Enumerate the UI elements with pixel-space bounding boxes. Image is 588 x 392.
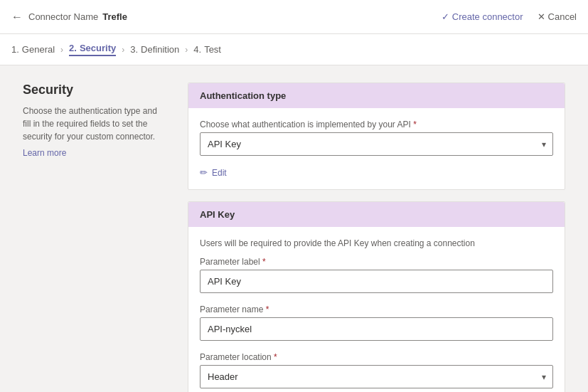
create-connector-button[interactable]: ✓ Create connector	[442, 11, 523, 22]
step-definition-number: 3.	[130, 44, 138, 55]
top-bar-actions: ✓ Create connector ✕ Cancel	[442, 11, 577, 22]
auth-type-select[interactable]: API Key No authentication Basic authenti…	[200, 132, 553, 156]
main-content: Security Choose the authentication type …	[0, 65, 588, 392]
step-general[interactable]: 1. General	[11, 44, 55, 55]
param-name-group: Parameter name *	[200, 304, 553, 341]
step-definition[interactable]: 3. Definition	[130, 44, 179, 55]
cancel-button[interactable]: ✕ Cancel	[538, 11, 577, 22]
top-bar: ← Connector Name Trefle ✓ Create connect…	[0, 0, 588, 34]
param-label-required: *	[262, 257, 266, 267]
auth-type-edit-icon: ✏	[200, 167, 208, 178]
check-icon: ✓	[442, 11, 449, 22]
steps-bar: 1. General › 2. Security › 3. Definition…	[0, 34, 588, 65]
connector-label: Connector Name	[28, 11, 98, 22]
param-label-label: Parameter label *	[200, 257, 553, 267]
cancel-icon: ✕	[538, 11, 545, 22]
left-panel-description: Choose the authentication type and fill …	[23, 105, 165, 143]
learn-more-link[interactable]: Learn more	[23, 148, 66, 158]
right-panel: Authentication type Choose what authenti…	[188, 83, 565, 392]
param-label-input[interactable]	[200, 270, 553, 293]
left-panel-title: Security	[23, 83, 165, 97]
api-key-body: Users will be required to provide the AP…	[188, 227, 565, 392]
api-key-info: Users will be required to provide the AP…	[200, 238, 553, 248]
auth-type-select-wrapper: API Key No authentication Basic authenti…	[200, 132, 553, 156]
api-key-header: API Key	[188, 202, 565, 227]
step-sep-2: ›	[122, 45, 124, 55]
cancel-label: Cancel	[548, 11, 577, 22]
param-location-select[interactable]: Header Query	[200, 365, 553, 388]
connector-name: Trefle	[102, 11, 127, 22]
param-name-input[interactable]	[200, 317, 553, 341]
step-security-label: Security	[80, 43, 116, 53]
auth-type-card: Authentication type Choose what authenti…	[188, 83, 565, 190]
param-location-select-wrapper: Header Query ▾	[200, 365, 553, 388]
left-panel: Security Choose the authentication type …	[23, 83, 165, 392]
step-general-label: General	[22, 44, 55, 55]
auth-type-edit[interactable]: ✏ Edit	[200, 167, 553, 178]
auth-type-body: Choose what authentication is implemente…	[188, 108, 565, 189]
auth-type-label: Choose what authentication is implemente…	[200, 120, 553, 129]
step-sep-3: ›	[185, 45, 188, 55]
step-security[interactable]: 2. Security	[69, 43, 116, 56]
param-name-required: *	[266, 304, 269, 314]
back-icon[interactable]: ←	[11, 11, 23, 23]
create-connector-label: Create connector	[452, 11, 523, 22]
step-test[interactable]: 4. Test	[193, 44, 221, 55]
step-definition-label: Definition	[141, 44, 179, 55]
param-label-group: Parameter label *	[200, 257, 553, 293]
param-name-label: Parameter name *	[200, 304, 553, 314]
auth-type-required: *	[413, 120, 417, 129]
step-test-label: Test	[204, 44, 221, 55]
auth-type-group: Choose what authentication is implemente…	[200, 120, 553, 156]
param-location-required: *	[274, 352, 277, 362]
step-general-number: 1.	[11, 44, 19, 55]
step-test-number: 4.	[193, 44, 201, 55]
api-key-card: API Key Users will be required to provid…	[188, 201, 565, 392]
auth-type-header: Authentication type	[188, 83, 565, 108]
step-sep-1: ›	[60, 45, 63, 55]
step-security-number: 2.	[69, 43, 77, 53]
auth-type-edit-label: Edit	[212, 168, 227, 178]
param-location-group: Parameter location * Header Query ▾	[200, 352, 553, 388]
param-location-label: Parameter location *	[200, 352, 553, 362]
